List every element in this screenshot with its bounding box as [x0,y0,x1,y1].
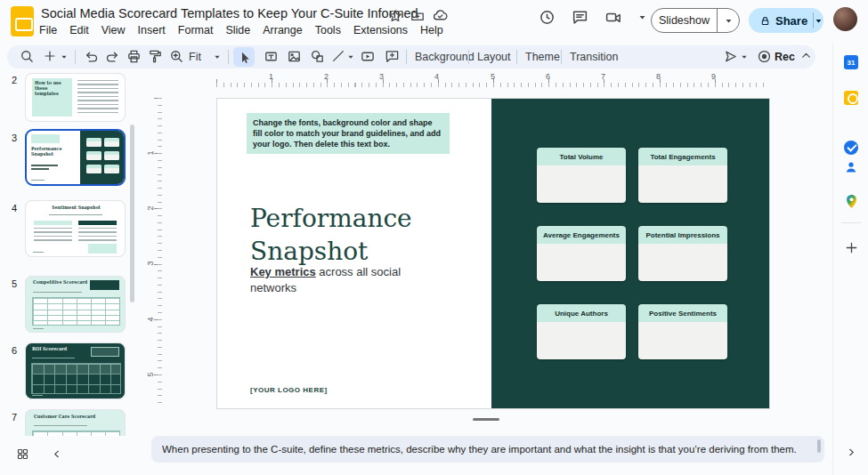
paint-format-icon[interactable] [148,49,163,64]
toolbar-separator [561,50,562,64]
slide-thumbnail-7[interactable]: Customer Care Scorecard [25,409,126,436]
metric-card-total-engagements[interactable]: Total Engagements [638,148,727,203]
slideshow-button[interactable]: Slideshow [651,8,740,33]
background-button[interactable]: Background [415,51,475,63]
star-icon[interactable] [388,8,402,23]
menu-arrange[interactable]: Arrange [256,22,308,38]
camera-dropdown-icon[interactable] [638,13,646,21]
share-dropdown-icon[interactable] [814,17,823,25]
ruler-tick-label: 2 [324,72,329,81]
collapse-filmstrip-icon[interactable] [51,448,62,460]
notes-resize-handle[interactable] [473,418,499,421]
zoom-mode-select[interactable]: Fit [189,51,201,63]
line-dropdown-icon[interactable] [347,53,354,60]
zoom-in-icon[interactable] [169,49,184,64]
collapse-toolbar-icon[interactable] [799,49,813,62]
undo-icon[interactable] [84,49,99,64]
metric-card-potential-impressions[interactable]: Potential Impressions [638,226,727,281]
thumb-title: How to use these templates [35,81,68,96]
slide-thumbnail-6[interactable]: ROI Scorecard [25,342,126,399]
menu-extensions[interactable]: Extensions [347,22,414,38]
filmstrip-scrollbar[interactable] [130,125,134,302]
user-avatar[interactable] [833,7,857,31]
slide-thumbnail-2[interactable]: How to use these templates [25,73,126,122]
menu-help[interactable]: Help [414,22,450,38]
slide-thumbnail-3-selected[interactable]: Performance Snapshot [25,129,126,186]
search-menus-icon[interactable] [20,49,35,64]
move-folder-icon[interactable] [410,8,425,23]
notes-scrollbar[interactable] [817,439,821,453]
toolbar-separator [406,50,407,64]
ruler-tick-label: 4 [146,317,155,321]
slides-logo[interactable] [11,6,34,36]
slide-thumbnail-5[interactable]: Competitive Scorecard [25,276,126,333]
ruler-tick-label: 5 [491,72,495,81]
metric-card-positive-sentiments[interactable]: Positive Sentiments [638,304,727,359]
insert-line-icon[interactable] [331,49,345,63]
logo-placeholder-textbox[interactable]: [YOUR LOGO HERE] [250,386,328,394]
metric-card-body [638,244,727,281]
insert-shape-icon[interactable] [310,49,325,64]
keep-icon[interactable] [844,91,858,105]
share-label: Share [775,14,807,28]
slide-canvas[interactable]: Change the fonts, background color and s… [216,98,770,409]
text-box-icon[interactable] [264,49,279,64]
record-icon[interactable] [757,49,772,64]
cloud-saved-icon[interactable] [433,8,448,23]
slide-number: 2 [7,75,21,85]
document-title[interactable]: Social Media Scorecard Templates to Keep… [41,6,418,20]
metric-card-average-engagements[interactable]: Average Engagements [537,226,626,281]
zoom-add-icon[interactable] [43,49,57,63]
slide-thumbnail-4[interactable]: Sentiment Snapshot [25,200,126,257]
comments-icon[interactable] [572,9,588,26]
slide-number: 7 [7,412,21,423]
menu-insert[interactable]: Insert [132,22,172,38]
speaker-notes[interactable]: When presenting to the C-suite, define t… [151,436,824,463]
expand-notes-icon[interactable] [846,447,857,458]
google-slides-app: Social Media Scorecard Templates to Keep… [0,0,868,475]
redo-icon[interactable] [105,49,120,64]
tasks-icon[interactable] [844,141,858,155]
speaker-notes-text[interactable]: When presenting to the C-suite, define t… [162,444,810,455]
calendar-icon[interactable]: 31 [844,55,858,69]
slide-title-textbox[interactable]: Performance Snapshot [250,202,455,268]
zoom-dropdown-icon[interactable] [61,53,68,60]
transition-button[interactable]: Transition [570,51,618,63]
menu-edit[interactable]: Edit [63,22,95,38]
template-callout-textbox[interactable]: Change the fonts, background color and s… [247,113,450,154]
ruler-tick-label: 2 [146,205,155,210]
theme-button[interactable]: Theme [525,51,560,63]
version-history-icon[interactable] [539,9,556,26]
grid-view-icon[interactable] [16,447,29,461]
menu-file[interactable]: File [33,22,63,38]
ruler-tick-label: 3 [379,72,384,81]
insert-image-icon[interactable] [287,49,302,64]
insert-comment-icon[interactable] [385,49,400,64]
side-panel-divider [841,222,861,223]
slide-dark-panel[interactable] [491,99,769,408]
menu-tools[interactable]: Tools [309,22,347,38]
slideshow-dropdown-icon[interactable] [718,17,739,25]
subtitle-key-metrics: Key metrics [250,265,316,278]
laser-pointer-icon[interactable] [723,49,738,64]
rec-label[interactable]: Rec [775,51,795,63]
metric-card-total-volume[interactable]: Total Volume [537,148,626,203]
thumb-title: Competitive Scorecard [33,280,93,286]
slide-subtitle-textbox[interactable]: Key metrics across all social networks [250,264,433,296]
get-add-ons-icon[interactable] [844,240,859,255]
maps-icon[interactable] [844,194,858,208]
pointer-dropdown-icon[interactable] [741,53,748,60]
zoom-mode-dropdown-icon[interactable] [214,53,221,60]
insert-video-icon[interactable] [360,49,376,64]
print-icon[interactable] [126,49,142,64]
menu-format[interactable]: Format [172,22,220,38]
contacts-icon[interactable] [844,160,858,174]
menu-slide[interactable]: Slide [219,22,256,38]
menu-view[interactable]: View [95,22,132,38]
meet-camera-icon[interactable] [604,9,622,26]
share-button[interactable]: Share [749,8,823,33]
metric-card-unique-authors[interactable]: Unique Authors [537,304,626,359]
thumb-title: Performance Snapshot [31,147,76,157]
layout-button[interactable]: Layout [477,51,511,63]
select-tool-button[interactable] [233,47,255,67]
